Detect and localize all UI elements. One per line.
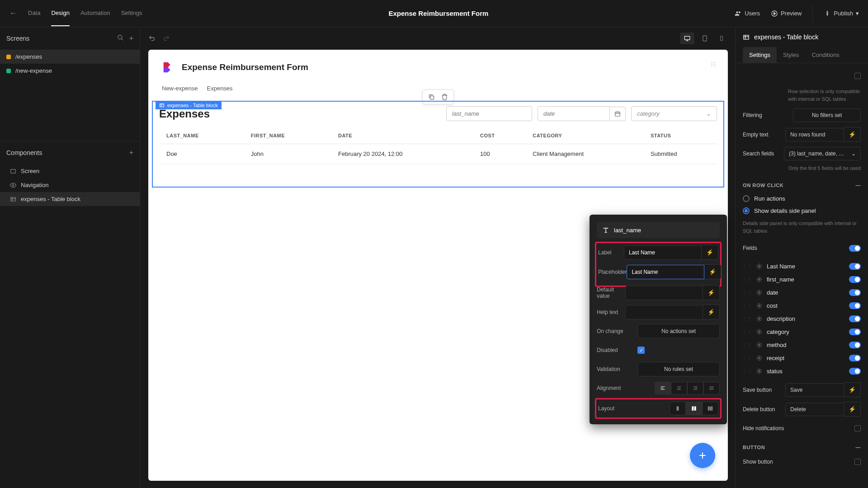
field-toggle[interactable] [849, 302, 861, 309]
rs-tab-conditions[interactable]: Conditions [805, 47, 845, 63]
disabled-checkbox[interactable]: ✓ [637, 347, 645, 354]
gear-icon[interactable] [756, 329, 762, 335]
col-date[interactable]: DATE [331, 127, 473, 144]
calendar-icon[interactable] [610, 107, 626, 121]
tab-data[interactable]: Data [28, 0, 40, 26]
gear-icon[interactable] [756, 290, 762, 296]
redo-icon[interactable] [163, 35, 170, 42]
add-screen-icon[interactable]: + [129, 34, 133, 42]
field-row[interactable]: ⋮⋮ cost [743, 299, 861, 312]
field-toggle[interactable] [849, 289, 861, 296]
col-cost[interactable]: COST [473, 127, 525, 144]
row-selection-checkbox[interactable] [854, 73, 861, 79]
on-row-click-header[interactable]: ON ROW CLICK — [743, 178, 861, 192]
delete-icon[interactable] [441, 94, 448, 100]
align-right-icon[interactable] [687, 382, 703, 394]
layout-2col-icon[interactable] [686, 402, 702, 415]
field-row[interactable]: ⋮⋮ status [743, 365, 861, 378]
gear-icon[interactable] [756, 303, 762, 309]
tablet-device-icon[interactable] [698, 32, 712, 45]
field-toggle[interactable] [849, 368, 861, 375]
default-input[interactable] [625, 286, 703, 300]
users-button[interactable]: Users [735, 10, 760, 17]
bolt-icon[interactable]: ⚡ [844, 382, 861, 397]
drag-handle-icon[interactable]: ⋮⋮ [743, 356, 752, 361]
bolt-icon[interactable]: ⚡ [702, 245, 718, 260]
bolt-icon[interactable]: ⚡ [703, 285, 720, 300]
field-toggle[interactable] [849, 342, 861, 348]
preview-button[interactable]: Preview [771, 10, 802, 17]
component-table-block[interactable]: expenses - Table block [0, 192, 140, 206]
add-component-icon[interactable]: + [129, 149, 133, 157]
screen-item-new-expense[interactable]: /new-expense [0, 64, 140, 78]
filter-category[interactable]: category ⌄ [631, 106, 717, 121]
drag-handle-icon[interactable]: ⋮⋮ [743, 369, 752, 374]
onchange-button[interactable]: No actions set [637, 324, 720, 338]
bolt-icon[interactable]: ⚡ [844, 402, 861, 417]
drag-handle-icon[interactable]: ⋮⋮ [743, 277, 752, 282]
field-row[interactable]: ⋮⋮ method [743, 338, 861, 352]
align-center-icon[interactable] [671, 382, 687, 394]
desktop-device-icon[interactable] [680, 33, 694, 44]
rs-tab-settings[interactable]: Settings [743, 47, 777, 63]
delete-button-input[interactable] [785, 403, 844, 416]
field-row[interactable]: ⋮⋮ receipt [743, 352, 861, 365]
field-toggle[interactable] [849, 276, 861, 283]
bolt-icon[interactable]: ⚡ [704, 264, 721, 279]
save-button-input[interactable] [785, 383, 844, 397]
button-section-header[interactable]: BUTTON — [743, 440, 861, 455]
table-block[interactable]: expenses - Table block Expenses category… [152, 101, 724, 188]
field-row[interactable]: ⋮⋮ description [743, 312, 861, 325]
fields-toggle[interactable] [849, 245, 861, 252]
field-toggle[interactable] [849, 355, 861, 361]
col-category[interactable]: CATEGORY [525, 127, 643, 144]
publish-button[interactable]: Publish ▾ [824, 10, 859, 17]
hide-notifications-checkbox[interactable] [854, 425, 861, 432]
undo-icon[interactable] [148, 35, 156, 42]
label-input[interactable] [624, 245, 702, 260]
search-fields-select[interactable]: (3) last_name, date, … ⌄ [784, 147, 861, 160]
filter-date[interactable] [538, 106, 610, 121]
col-status[interactable]: STATUS [643, 127, 717, 144]
drag-handle-icon[interactable]: ⋮⋮ [743, 316, 752, 321]
radio-run-actions[interactable]: Run actions [743, 192, 861, 205]
drag-handle-icon[interactable]: ⋮⋮ [743, 303, 752, 308]
field-row[interactable]: ⋮⋮ category [743, 325, 861, 338]
drag-handle-icon[interactable]: ⋮⋮ [743, 343, 752, 347]
fab-add-button[interactable]: + [690, 443, 715, 468]
gear-icon[interactable] [756, 368, 762, 374]
filter-last-name[interactable] [446, 106, 532, 121]
gear-icon[interactable] [756, 355, 762, 361]
mobile-device-icon[interactable] [715, 32, 728, 45]
gear-icon[interactable] [756, 342, 762, 348]
field-toggle[interactable] [849, 315, 861, 322]
gear-icon[interactable] [756, 316, 762, 322]
gear-icon[interactable] [756, 277, 762, 282]
component-screen[interactable]: Screen [0, 164, 140, 178]
drag-handle-icon[interactable]: ⋮⋮ [743, 329, 752, 334]
align-left-icon[interactable] [655, 382, 671, 394]
layout-3col-icon[interactable] [702, 402, 718, 415]
placeholder-input[interactable] [627, 265, 704, 279]
screen-item-expenses[interactable]: /expenses [0, 50, 140, 64]
search-icon[interactable] [117, 34, 124, 42]
table-row[interactable]: Doe John February 20 2024, 12:00 100 Cli… [159, 144, 717, 164]
field-row[interactable]: ⋮⋮ first_name [743, 273, 861, 286]
component-navigation[interactable]: Navigation [0, 178, 140, 192]
drag-handle-icon[interactable]: ⋮⋮ [743, 290, 752, 295]
field-toggle[interactable] [849, 263, 861, 270]
nav-expenses[interactable]: Expenses [207, 85, 233, 92]
col-last-name[interactable]: LAST_NAME [159, 127, 244, 144]
field-row[interactable]: ⋮⋮ Last Name [743, 260, 861, 273]
align-justify-icon[interactable] [703, 382, 720, 394]
grip-icon[interactable] [710, 61, 717, 68]
drag-handle-icon[interactable]: ⋮⋮ [743, 264, 752, 269]
duplicate-icon[interactable] [428, 94, 435, 100]
validation-button[interactable]: No rules set [637, 362, 720, 376]
show-button-checkbox[interactable] [854, 459, 861, 465]
filtering-button[interactable]: No filters set [793, 108, 861, 122]
rs-tab-styles[interactable]: Styles [777, 47, 805, 63]
bolt-icon[interactable]: ⚡ [844, 127, 861, 142]
tab-automation[interactable]: Automation [80, 0, 110, 26]
bolt-icon[interactable]: ⚡ [703, 305, 720, 319]
